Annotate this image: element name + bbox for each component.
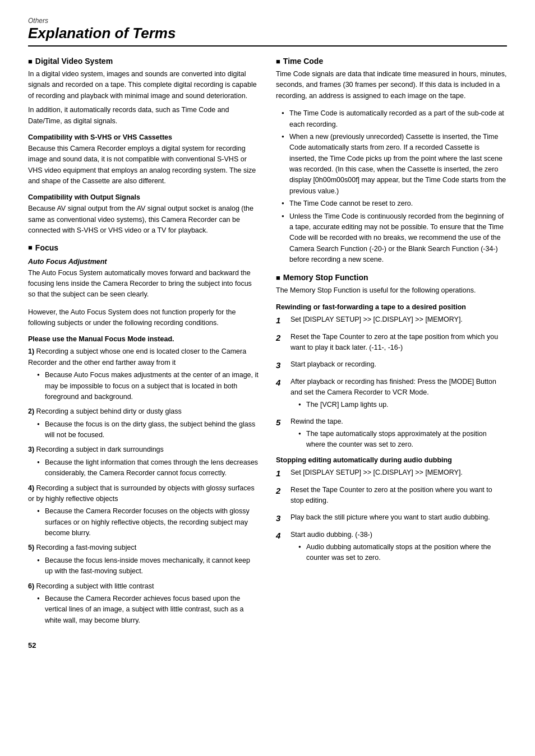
list-item: Because the focus is on the dirty glass,…: [37, 419, 259, 441]
list-item: Unless the Time Code is continuously rec…: [282, 211, 507, 266]
step-item: 4 Start audio dubbing. (-38-) Audio dubb…: [276, 530, 507, 564]
step-number: 4: [276, 530, 286, 564]
list-item: The Time Code cannot be reset to zero.: [282, 198, 507, 209]
rewinding-steps: 1 Set [DISPLAY SETUP] >> [C.DISPLAY] >> …: [276, 314, 507, 451]
sub-bullet-list: Because the light information that comes…: [37, 457, 259, 479]
page: Others Explanation of Terms Digital Vide…: [0, 0, 535, 672]
step-sub-bullets: Audio dubbing automatically stops at the…: [298, 542, 507, 564]
compatibility-svhs-heading: Compatibility with S-VHS or VHS Cassette…: [28, 133, 259, 141]
step-number: 2: [276, 485, 286, 507]
right-column: Time Code Time Code signals are data tha…: [276, 57, 507, 630]
list-item: Because the focus lens-inside moves mech…: [37, 555, 259, 577]
list-item: 2) Recording a subject behind dirty or d…: [28, 406, 259, 440]
auto-focus-heading: Auto Focus Adjustment: [28, 258, 259, 266]
step-number: 3: [276, 512, 286, 524]
step-content: Rewind the tape. The tape automatically …: [290, 416, 507, 451]
list-item: The [VCR] Lamp lights up.: [298, 400, 507, 410]
sub-bullet-list: Because the focus is on the dirty glass,…: [37, 419, 259, 441]
step-item: 5 Rewind the tape. The tape automaticall…: [276, 416, 507, 451]
focus-heading: Focus: [28, 243, 259, 252]
step-number: 2: [276, 332, 286, 354]
digital-video-system-heading: Digital Video System: [28, 57, 259, 66]
time-code-body: Time Code signals are data that indicate…: [276, 69, 507, 101]
page-number: 52: [28, 641, 507, 650]
list-item: The Time Code is automatically recorded …: [282, 108, 507, 130]
step-item: 4 After playback or recording has finish…: [276, 377, 507, 411]
step-item: 1 Set [DISPLAY SETUP] >> [C.DISPLAY] >> …: [276, 467, 507, 479]
step-item: 2 Reset the Tape Counter to zero at the …: [276, 485, 507, 507]
step-content: Set [DISPLAY SETUP] >> [C.DISPLAY] >> [M…: [290, 467, 507, 479]
step-content: Reset the Tape Counter to zero at the ta…: [290, 332, 507, 354]
step-number: 5: [276, 416, 286, 451]
list-item: Because the Camera Recorder focuses on t…: [37, 506, 259, 539]
step-item: 3 Play back the still picture where you …: [276, 512, 507, 524]
step-item: 1 Set [DISPLAY SETUP] >> [C.DISPLAY] >> …: [276, 314, 507, 326]
compatibility-output-heading: Compatibility with Output Signals: [28, 193, 259, 201]
page-header: Others Explanation of Terms: [28, 17, 507, 42]
memory-stop-body: The Memory Stop Function is useful for t…: [276, 285, 507, 296]
sub-bullet-list: Because the Camera Recorder focuses on t…: [37, 506, 259, 539]
list-item: Audio dubbing automatically stops at the…: [298, 542, 507, 564]
stopping-editing-heading: Stopping editing automatically during au…: [276, 456, 507, 464]
list-item: The tape automatically stops approximate…: [298, 429, 507, 451]
compatibility-svhs-body: Because this Camera Recorder employs a d…: [28, 143, 259, 187]
step-content: Start playback or recording.: [290, 359, 507, 371]
digital-video-system-body: In a digital video system, images and so…: [28, 69, 259, 127]
sub-bullet-list: Because the focus lens-inside moves mech…: [37, 555, 259, 577]
list-item: 3) Recording a subject in dark surroundi…: [28, 444, 259, 479]
list-item: 1) Recording a subject whose one end is …: [28, 346, 259, 402]
page-title: Explanation of Terms: [28, 25, 507, 42]
sub-bullet-list: Because Auto Focus makes adjustments at …: [37, 370, 259, 402]
step-sub-bullets: The tape automatically stops approximate…: [298, 429, 507, 451]
step-number: 1: [276, 467, 286, 479]
list-item: 5) Recording a fast-moving subject Becau…: [28, 542, 259, 577]
sub-bullet-list: Because the Camera Recorder achieves foc…: [37, 593, 259, 626]
step-item: 2 Reset the Tape Counter to zero at the …: [276, 332, 507, 354]
auto-focus-body2: However, the Auto Focus System does not …: [28, 307, 259, 329]
step-content: Reset the Tape Counter to zero at the po…: [290, 485, 507, 507]
time-code-bullets: The Time Code is automatically recorded …: [282, 108, 507, 265]
stopping-editing-steps: 1 Set [DISPLAY SETUP] >> [C.DISPLAY] >> …: [276, 467, 507, 564]
step-content: Start audio dubbing. (-38-) Audio dubbin…: [290, 530, 507, 564]
list-item: Because the Camera Recorder achieves foc…: [37, 593, 259, 626]
list-item: Because the light information that comes…: [37, 457, 259, 479]
list-item: 6) Recording a subject with little contr…: [28, 581, 259, 627]
focus-issues-list: 1) Recording a subject whose one end is …: [28, 346, 259, 626]
time-code-heading: Time Code: [276, 57, 507, 66]
list-item: 4) Recording a subject that is surrounde…: [28, 483, 259, 539]
two-column-layout: Digital Video System In a digital video …: [28, 57, 507, 630]
step-number: 1: [276, 314, 286, 326]
auto-focus-body1: The Auto Focus System automatically move…: [28, 268, 259, 300]
left-column: Digital Video System In a digital video …: [28, 57, 259, 630]
step-content: Play back the still picture where you wa…: [290, 512, 507, 524]
step-number: 4: [276, 377, 286, 411]
step-sub-bullets: The [VCR] Lamp lights up.: [298, 400, 507, 410]
list-item: When a new (previously unrecorded) Casse…: [282, 132, 507, 197]
memory-stop-heading: Memory Stop Function: [276, 273, 507, 282]
step-item: 3 Start playback or recording.: [276, 359, 507, 371]
rewinding-heading: Rewinding or fast-forwarding a tape to a…: [276, 303, 507, 311]
others-label: Others: [28, 17, 507, 25]
manual-focus-note: Please use the Manual Focus Mode instead…: [28, 335, 259, 343]
step-content: Set [DISPLAY SETUP] >> [C.DISPLAY] >> [M…: [290, 314, 507, 326]
title-rule: [28, 45, 507, 47]
list-item: Because Auto Focus makes adjustments at …: [37, 370, 259, 402]
step-number: 3: [276, 359, 286, 371]
step-content: After playback or recording has finished…: [290, 377, 507, 411]
compatibility-output-body: Because AV signal output from the AV sig…: [28, 203, 259, 236]
